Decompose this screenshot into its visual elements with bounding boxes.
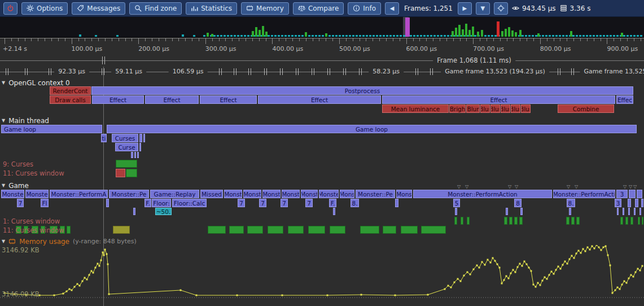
prev-frame-button[interactable]: ◀: [385, 2, 399, 15]
zone-bar[interactable]: [330, 226, 345, 234]
zone-floor-[interactable]: Floor:: [152, 199, 171, 207]
zone-monster-performa[interactable]: Monster::PerformA: [50, 190, 108, 198]
zone-monster-performaction[interactable]: Monster::PerformAction: [413, 190, 552, 198]
zone-5[interactable]: 5: [453, 199, 460, 207]
goto-frame-button[interactable]: [494, 2, 508, 15]
options-button[interactable]: Options: [21, 2, 68, 15]
memory-usage-chart[interactable]: [0, 245, 644, 306]
zone-monst[interactable]: Monst: [262, 190, 281, 198]
zone-fl[interactable]: Fl: [41, 199, 49, 207]
zone-bar[interactable]: [333, 208, 335, 215]
game-frame-label[interactable]: Game frame 13,523 (194.23 µs): [441, 68, 549, 75]
zone-blur[interactable]: Blur: [480, 104, 490, 113]
zone-bar[interactable]: [461, 217, 463, 225]
section-main-thread-header[interactable]: ▼ Main thread: [2, 116, 49, 125]
compare-button[interactable]: Compare: [293, 2, 344, 15]
zone-7[interactable]: 7: [305, 199, 313, 207]
zone-game-replay[interactable]: Game::Replay: [150, 190, 199, 198]
power-button[interactable]: [3, 2, 17, 15]
game-frame-label[interactable]: 59.11 µs: [111, 68, 146, 75]
zone-bar[interactable]: [113, 226, 130, 234]
zone-8[interactable]: 8: [514, 199, 522, 207]
zone-bar[interactable]: [268, 226, 283, 234]
frame-dropdown-button[interactable]: ▼: [476, 2, 490, 15]
zone-effect[interactable]: Effect: [92, 95, 144, 104]
zone-bar[interactable]: [634, 208, 636, 215]
zone-monst[interactable]: Monst: [282, 190, 300, 198]
zone-bar[interactable]: [628, 199, 631, 207]
next-frame-button[interactable]: ▶: [458, 2, 472, 15]
zone-bar[interactable]: [637, 190, 642, 198]
statistics-button[interactable]: Statistics: [186, 2, 237, 15]
zone-8-[interactable]: 8.: [567, 199, 575, 207]
zone-bar[interactable]: [571, 217, 575, 225]
zone-combine[interactable]: Combine: [558, 104, 614, 113]
zone-bar[interactable]: [106, 199, 109, 207]
zone-bar[interactable]: [229, 226, 244, 234]
game-frame-label[interactable]: 58.23 µs: [369, 68, 404, 75]
frame-label[interactable]: Frame 1,068 (1.11 ms): [433, 56, 515, 64]
zone-bar[interactable]: [509, 217, 512, 225]
zone-bar[interactable]: [641, 199, 643, 207]
memory-button[interactable]: Memory: [241, 2, 289, 15]
zone-ti[interactable]: ti: [101, 134, 107, 142]
zone-draw-calls[interactable]: Draw calls: [50, 95, 91, 104]
info-button[interactable]: Info: [348, 2, 381, 15]
game-frame-label[interactable]: Game frame 13,525: [580, 68, 644, 75]
zone-bar[interactable]: [569, 208, 571, 215]
zone-floor-calc[interactable]: Floor::Calc: [172, 199, 207, 207]
zone-f-[interactable]: F.: [144, 199, 151, 207]
zone-bar[interactable]: [131, 152, 133, 158]
zone-bar[interactable]: [628, 208, 630, 215]
zone-bar[interactable]: [139, 143, 141, 151]
section-memory-header[interactable]: ▼ Memory usage (y-range: 848 bytes): [2, 237, 137, 246]
zone-effect[interactable]: Effect: [382, 95, 615, 104]
zone-bar[interactable]: [635, 199, 638, 207]
zone-bar[interactable]: [623, 208, 624, 215]
zone-7[interactable]: 7: [281, 199, 288, 207]
frame-marker-row[interactable]: Frame 1,068 (1.11 ms): [0, 54, 644, 67]
zone-bar[interactable]: [308, 226, 325, 234]
messages-button[interactable]: Messages: [72, 2, 125, 15]
zone-blur[interactable]: Blur: [511, 104, 520, 113]
zone-monst[interactable]: Monst: [224, 190, 242, 198]
zone-bar[interactable]: [360, 226, 379, 234]
zone-bar[interactable]: [247, 226, 263, 234]
zone-rendercont[interactable]: RenderCont: [50, 86, 91, 95]
zone-bar[interactable]: [638, 217, 640, 225]
zone-bar[interactable]: [617, 208, 619, 215]
zone-f-[interactable]: F.: [329, 199, 336, 207]
zone-blur[interactable]: Blur: [521, 104, 531, 113]
zone-monst[interactable]: Monst: [301, 190, 318, 198]
frame-histogram[interactable]: [0, 17, 644, 38]
collapse-triangle-icon[interactable]: ▼: [2, 80, 5, 85]
zone-mean-luminance[interactable]: Mean luminance: [382, 104, 449, 113]
zone-bar[interactable]: [620, 217, 623, 225]
zone-bar[interactable]: [467, 217, 470, 225]
zone-bar[interactable]: [139, 134, 142, 142]
zone-effect[interactable]: Effect: [145, 95, 199, 104]
zone-bar[interactable]: [383, 226, 396, 234]
zone-game-loop[interactable]: Game loop: [107, 125, 637, 133]
zone-8-[interactable]: 8.: [351, 199, 359, 207]
zone-bar[interactable]: [116, 169, 125, 177]
zone-bar[interactable]: [625, 217, 628, 225]
zone-bar[interactable]: [137, 152, 139, 158]
zone-bar[interactable]: [126, 169, 137, 177]
zone-postprocess[interactable]: Postprocess: [91, 86, 633, 95]
zone-bar[interactable]: [642, 217, 643, 225]
collapse-triangle-icon[interactable]: ▼: [2, 183, 5, 188]
zone-3[interactable]: 3: [616, 190, 628, 198]
zone-bar[interactable]: [639, 208, 641, 215]
zone-effect[interactable]: Effect: [258, 95, 381, 104]
zone-bar[interactable]: [504, 217, 507, 225]
zone-curse[interactable]: Curse: [115, 143, 138, 151]
zone-bar[interactable]: [116, 160, 137, 168]
zone-bar[interactable]: [629, 190, 636, 198]
zone-monst[interactable]: Monst: [243, 190, 261, 198]
zone-bar[interactable]: [395, 199, 398, 207]
game-frame-label[interactable]: 92.33 µs: [54, 68, 89, 75]
zone-mons[interactable]: Mons: [396, 190, 412, 198]
zone-bar[interactable]: [514, 217, 518, 225]
zone--50-[interactable]: ~50.: [155, 208, 172, 215]
